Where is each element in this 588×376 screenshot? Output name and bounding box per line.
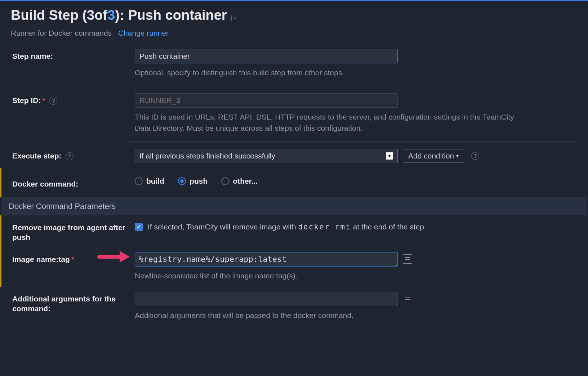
step-name-input[interactable] bbox=[135, 49, 398, 63]
step-name-label: Step name: bbox=[12, 49, 128, 61]
execute-step-select[interactable]: If all previous steps finished successfu… bbox=[135, 149, 398, 163]
expand-editor-icon[interactable] bbox=[403, 294, 412, 303]
docker-params-section-header: Docker Command Parameters bbox=[1, 197, 587, 215]
expand-editor-icon[interactable] bbox=[403, 254, 412, 264]
docker-cmd-build-radio[interactable]: build bbox=[135, 177, 164, 185]
change-runner-link[interactable]: Change runner bbox=[114, 29, 169, 37]
help-icon[interactable]: ? bbox=[49, 97, 57, 105]
remove-image-description: If selected, TeamCity will remove image … bbox=[148, 223, 424, 231]
page-title: Build Step (3 of 3): Push container | ▿ bbox=[11, 8, 577, 23]
docker-cmd-push-radio[interactable]: push bbox=[178, 177, 208, 185]
image-tag-hint: Newline-separated list of the image name… bbox=[135, 267, 517, 282]
step-id-label: Step ID:* ? bbox=[12, 93, 128, 105]
docker-command-label: Docker command: bbox=[12, 177, 128, 189]
image-tag-input[interactable]: %registry.name%/superapp:latest bbox=[135, 252, 398, 267]
additional-args-hint: Additional arguments that will be passed… bbox=[135, 306, 517, 321]
chevron-down-icon: ▼ bbox=[386, 152, 393, 160]
step-id-hint: This ID is used in URLs, REST API, DSL, … bbox=[135, 108, 517, 134]
runner-description: Runner for Docker commands bbox=[11, 29, 112, 37]
help-icon[interactable]: ? bbox=[66, 152, 74, 160]
step-id-input[interactable] bbox=[135, 93, 398, 108]
remove-image-label: Remove image from agent after push bbox=[12, 220, 128, 242]
title-menu-toggle[interactable]: | ▿ bbox=[227, 14, 237, 21]
step-name-hint: Optional, specify to distinguish this bu… bbox=[135, 63, 517, 79]
image-tag-label: Image name:tag bbox=[12, 255, 70, 263]
help-icon[interactable]: ? bbox=[471, 152, 479, 160]
additional-args-input[interactable] bbox=[135, 292, 398, 306]
add-condition-button[interactable]: Add condition▾ bbox=[403, 149, 464, 163]
annotation-arrow-icon bbox=[97, 252, 130, 261]
additional-args-label: Additional arguments for the command: bbox=[12, 292, 128, 314]
remove-image-checkbox[interactable]: ✓ bbox=[135, 223, 143, 231]
execute-step-label: Execute step: ? bbox=[12, 149, 128, 161]
docker-cmd-other-radio[interactable]: other... bbox=[221, 177, 258, 185]
